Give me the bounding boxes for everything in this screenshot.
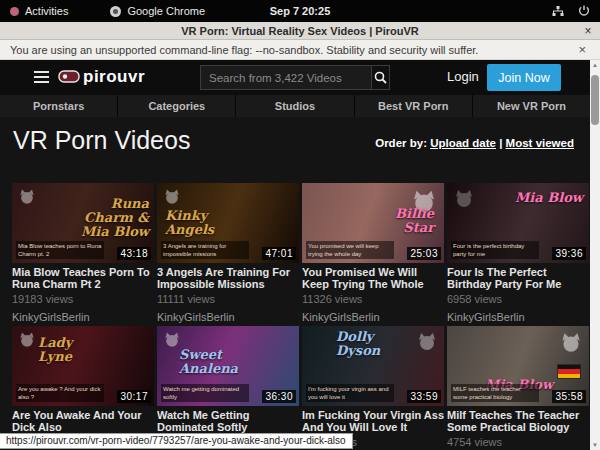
thumbnail-overlay-name: Billie Star [364,207,434,235]
video-channel-link[interactable]: KinkyGirlsBerlin [12,311,154,323]
scroll-up-icon[interactable]: ▲ [590,60,600,70]
channel-watermark-icon [452,187,476,215]
video-card: Runa Charm & Mia Blow Mia Blow teaches p… [12,183,154,323]
nav-item-studios[interactable]: Studios [236,95,354,117]
video-card: Dolly Dyson I'm fucking your virgin ass … [302,326,444,450]
network-icon[interactable] [552,5,564,17]
video-card: Lady Lyne Are you awake ? And your dick … [12,326,154,450]
clock[interactable]: Sep 7 20:25 [0,5,600,17]
page-title: VR Porn Videos [13,126,190,155]
video-duration: 25:03 [407,247,441,260]
nav-item-pornstars[interactable]: Pornstars [0,95,118,117]
search-box [200,65,390,90]
video-title[interactable]: Milf Teaches The Teacher Some Practical … [447,410,589,433]
order-by: Order by: Upload date | Most viewed [375,137,574,149]
site-logo[interactable]: pirouvr [58,67,145,87]
login-link[interactable]: Login [447,69,479,84]
video-card: Mia Blow Four is the perfect birthday pa… [447,183,589,323]
video-views: 6958 views [447,293,589,305]
german-flag [557,364,581,379]
video-title[interactable]: 3 Angels Are Training For Impossible Mis… [157,267,299,290]
page-viewport: pirouvr Login Join Now Pornstars Categor… [0,60,590,450]
video-duration: 47:01 [262,247,296,260]
thumbnail-overlay-name: Sweet Analena [179,348,275,376]
video-title[interactable]: Watch Me Getting Dominated Softly [157,410,299,433]
video-grid: Runa Charm & Mia Blow Mia Blow teaches p… [12,183,589,450]
order-upload-date-link[interactable]: Upload date [430,137,496,149]
video-duration: 43:18 [117,247,151,260]
video-views: 19183 views [12,293,154,305]
thumbnail-overlay-name: Lady Lyne [38,336,110,364]
channel-watermark-icon [17,330,37,354]
video-title[interactable]: Mia Blow Teaches Porn To Runa Charm Pt 2 [12,267,154,290]
thumbnail-overlay-name: Dolly Dyson [336,330,420,358]
search-input[interactable] [201,66,371,89]
thumbnail-overlay-name: Kinky Angels [165,209,237,237]
video-thumbnail[interactable]: Sweet Analena Watch me getting dominated… [157,326,299,406]
thumbnail-caption: Four is the perfect birthday party for m… [451,241,539,259]
thumbnail-caption: Are you awake ? And your dick also ? [16,384,104,402]
order-most-viewed-link[interactable]: Most viewed [506,137,574,149]
content-area: VR Porn Videos Order by: Upload date | M… [0,117,590,450]
order-by-label: Order by: [375,137,427,149]
search-icon [374,71,387,84]
video-duration: 36:30 [262,390,296,403]
video-views: 11111 views [157,293,299,305]
video-duration: 35:58 [552,390,586,403]
video-channel-link[interactable]: KinkyGirlsBerlin [447,311,589,323]
video-duration: 30:17 [117,390,151,403]
video-thumbnail[interactable]: Mia Blow MILF teaches the teacher some p… [447,326,589,406]
vr-headset-icon [58,70,80,84]
menu-hamburger-icon[interactable] [34,71,49,86]
video-card: Billie Star You promised we will keep tr… [302,183,444,323]
video-card: Mia Blow MILF teaches the teacher some p… [447,326,589,450]
video-channel-link[interactable]: KinkyGirlsBerlin [302,311,444,323]
video-thumbnail[interactable]: Billie Star You promised we will keep tr… [302,183,444,263]
video-thumbnail[interactable]: Lady Lyne Are you awake ? And your dick … [12,326,154,406]
vertical-scrollbar[interactable]: ▲ ▼ [590,60,600,450]
video-duration: 33:59 [407,390,441,403]
thumbnail-caption: 3 Angels are training for impossible mis… [161,241,249,259]
video-title[interactable]: Im Fucking Your Virgin Ass And You Will … [302,410,444,433]
video-channel-link[interactable]: KinkyGirlsBerlin [157,311,299,323]
nav-item-new-vr-porn[interactable]: New VR Porn [473,95,590,117]
thumbnail-caption: You promised we will keep trying the who… [306,241,394,259]
video-card: Kinky Angels 3 Angels are training for i… [157,183,299,323]
search-button[interactable] [371,66,389,89]
main-nav: Pornstars Categories Studios Best VR Por… [0,95,590,117]
chrome-warning-bar: You are using an unsupported command-lin… [0,40,600,60]
thumbnail-overlay-name: Runa Charm & Mia Blow [75,197,149,239]
video-title[interactable]: You Promised We Will Keep Trying The Who… [302,267,444,290]
nav-item-categories[interactable]: Categories [118,95,236,117]
scroll-down-icon[interactable]: ▼ [590,440,600,450]
video-duration: 39:36 [552,247,586,260]
system-top-bar: Activities Google Chrome Sep 7 20:25 [0,0,600,22]
video-views: 11326 views [302,293,444,305]
browser-titlebar: VR Porn: Virtual Reality Sex Videos | Pi… [0,22,600,40]
video-title[interactable]: Four Is The Perfect Birthday Party For M… [447,267,589,290]
site-header: pirouvr Login Join Now [0,60,590,95]
order-separator: | [499,137,502,149]
video-card: Sweet Analena Watch me getting dominated… [157,326,299,450]
scrollbar-thumb[interactable] [591,75,599,125]
warning-message: You are using an unsupported command-lin… [10,44,574,56]
video-thumbnail[interactable]: Runa Charm & Mia Blow Mia Blow teaches p… [12,183,154,263]
window-close-icon[interactable]: × [576,24,600,38]
video-thumbnail[interactable]: Kinky Angels 3 Angels are training for i… [157,183,299,263]
nav-item-best-vr-porn[interactable]: Best VR Porn [355,95,473,117]
warning-close-icon[interactable]: × [574,42,590,57]
video-views: 4754 views [447,436,589,448]
channel-watermark-icon [558,330,584,360]
video-title[interactable]: Are You Awake And Your Dick Also [12,410,154,433]
thumbnail-caption: Watch me getting dominated softly [161,384,249,402]
channel-watermark-icon [17,187,37,211]
thumbnail-caption: MILF teaches the teacher some practical … [451,384,539,402]
status-url-tooltip: https://pirouvr.com/vr-porn-video/779325… [0,433,353,449]
power-icon[interactable] [578,5,590,17]
join-now-button[interactable]: Join Now [487,64,561,91]
thumbnail-caption: I'm fucking your virgin ass and you will… [306,384,394,402]
thumbnail-caption: Mia Blow teaches porn to Runa Charm pt. … [16,241,104,259]
video-thumbnail[interactable]: Mia Blow Four is the perfect birthday pa… [447,183,589,263]
logo-text: pirouvr [83,67,145,87]
video-thumbnail[interactable]: Dolly Dyson I'm fucking your virgin ass … [302,326,444,406]
